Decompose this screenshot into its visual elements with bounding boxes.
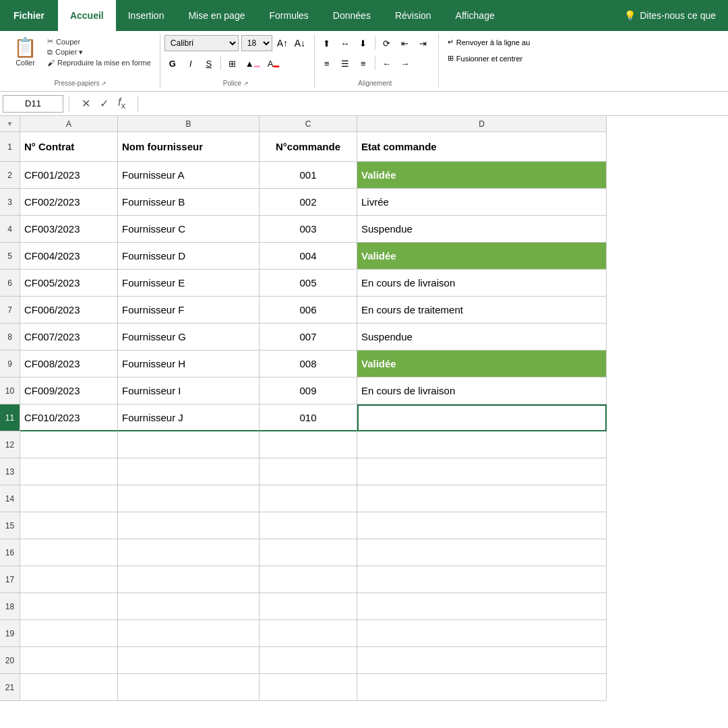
cell-B[interactable]: Fournisseur E xyxy=(118,270,260,297)
cell-D[interactable]: Suspendue xyxy=(357,324,607,351)
tab-donnees[interactable]: Données xyxy=(321,0,383,31)
tab-insertion[interactable]: Insertion xyxy=(116,0,177,31)
align-bottom-button[interactable]: ⬇ xyxy=(355,35,371,51)
cell-C[interactable]: 003 xyxy=(260,216,357,243)
cell-D[interactable]: Validée xyxy=(357,351,607,377)
cell-C[interactable]: 001 xyxy=(260,162,357,189)
cell-B[interactable]: Fournisseur G xyxy=(118,324,260,351)
tab-accueil[interactable]: Accueil xyxy=(58,0,116,31)
cell-D[interactable] xyxy=(357,404,607,431)
cell-D[interactable] xyxy=(357,647,607,674)
cell-A[interactable] xyxy=(20,458,118,485)
merge-center-button[interactable]: ⊞ Fusionner et centrer xyxy=(443,51,527,65)
coller-button[interactable]: 📋 Coller xyxy=(8,35,42,68)
cell-C[interactable] xyxy=(260,620,357,647)
cell-B[interactable]: Fournisseur J xyxy=(118,404,260,431)
copier-button[interactable]: ⧉ Copier ▾ xyxy=(45,47,153,57)
reproduire-button[interactable]: 🖌 Reproduire la mise en forme xyxy=(45,58,153,67)
increase-indent-button[interactable]: → xyxy=(397,55,413,71)
cell-C[interactable]: 006 xyxy=(260,297,357,324)
cell-D[interactable] xyxy=(357,674,607,701)
cell-A[interactable] xyxy=(20,512,118,539)
cell-C[interactable] xyxy=(260,566,357,593)
cell-D[interactable]: En cours de livraison xyxy=(357,377,607,404)
cell-A[interactable] xyxy=(20,620,118,647)
cell-D[interactable]: Livrée xyxy=(357,189,607,216)
cell-A[interactable]: CF010/2023 xyxy=(20,404,118,431)
cell-B[interactable] xyxy=(118,458,260,485)
cell-A[interactable]: CF007/2023 xyxy=(20,324,118,351)
cell-B[interactable] xyxy=(118,647,260,674)
wrap-text-button[interactable]: ↵ Renvoyer à la ligne au xyxy=(443,35,535,49)
header-cell-D[interactable]: Etat commande xyxy=(357,132,607,162)
border-button[interactable]: ⊞ xyxy=(224,55,241,71)
cell-B[interactable] xyxy=(118,620,260,647)
fill-color-button[interactable]: ▲▬ xyxy=(243,55,263,71)
cell-A[interactable]: CF006/2023 xyxy=(20,297,118,324)
font-color-button[interactable]: A▬ xyxy=(265,55,282,71)
header-cell-C[interactable]: N°commande xyxy=(260,132,357,162)
cell-D[interactable] xyxy=(357,566,607,593)
couper-button[interactable]: ✂ Couper xyxy=(45,36,153,47)
cell-D[interactable] xyxy=(357,620,607,647)
cell-B[interactable] xyxy=(118,593,260,620)
italic-button[interactable]: I xyxy=(183,55,199,71)
col-header-A[interactable]: A xyxy=(20,116,118,132)
bold-button[interactable]: G xyxy=(164,55,181,71)
cell-D[interactable] xyxy=(357,512,607,539)
cell-C[interactable] xyxy=(260,647,357,674)
col-header-C[interactable]: C xyxy=(260,116,357,132)
cell-D[interactable]: En cours de livraison xyxy=(357,270,607,297)
cell-A[interactable] xyxy=(20,647,118,674)
decrease-indent-button[interactable]: ← xyxy=(379,55,395,71)
tab-revision[interactable]: Révision xyxy=(383,0,444,31)
cell-B[interactable]: Fournisseur F xyxy=(118,297,260,324)
cell-D[interactable]: Suspendue xyxy=(357,216,607,243)
cell-C[interactable] xyxy=(260,431,357,458)
cell-A[interactable]: CF009/2023 xyxy=(20,377,118,404)
cell-D[interactable] xyxy=(357,539,607,566)
cell-C[interactable]: 008 xyxy=(260,351,357,377)
align-middle-button[interactable]: ↔ xyxy=(337,35,353,51)
cell-C[interactable] xyxy=(260,458,357,485)
text-direction-button[interactable]: ⟳ xyxy=(379,35,395,51)
underline-button[interactable]: S xyxy=(201,55,217,71)
confirm-formula-button[interactable]: ✓ xyxy=(97,95,111,112)
indent-decrease-button[interactable]: ⇤ xyxy=(397,35,413,51)
cell-A[interactable] xyxy=(20,539,118,566)
cell-C[interactable]: 002 xyxy=(260,189,357,216)
cell-B[interactable] xyxy=(118,512,260,539)
align-right-button[interactable]: ≡ xyxy=(355,55,371,71)
cell-D[interactable]: Validée xyxy=(357,243,607,270)
align-center-button[interactable]: ☰ xyxy=(337,55,353,71)
tab-affichage[interactable]: Affichage xyxy=(444,0,507,31)
cell-B[interactable] xyxy=(118,539,260,566)
col-header-D[interactable]: D xyxy=(357,116,607,132)
cell-A[interactable] xyxy=(20,431,118,458)
tab-fichier[interactable]: Fichier xyxy=(0,0,58,31)
tip-area[interactable]: 💡 Dites-nous ce que xyxy=(612,0,728,31)
header-cell-B[interactable]: Nom fournisseur xyxy=(118,132,260,162)
cell-C[interactable]: 007 xyxy=(260,324,357,351)
formula-input[interactable] xyxy=(144,95,725,113)
cell-A[interactable] xyxy=(20,593,118,620)
cell-A[interactable]: CF001/2023 xyxy=(20,162,118,189)
cell-D[interactable] xyxy=(357,458,607,485)
cell-D[interactable]: Validée xyxy=(357,162,607,189)
cell-C[interactable]: 005 xyxy=(260,270,357,297)
cell-A[interactable] xyxy=(20,674,118,701)
cell-B[interactable]: Fournisseur H xyxy=(118,351,260,377)
col-header-B[interactable]: B xyxy=(118,116,260,132)
cell-B[interactable]: Fournisseur I xyxy=(118,377,260,404)
cell-C[interactable]: 009 xyxy=(260,377,357,404)
insert-function-button[interactable]: fx xyxy=(115,95,128,112)
cell-B[interactable]: Fournisseur A xyxy=(118,162,260,189)
cell-B[interactable]: Fournisseur B xyxy=(118,189,260,216)
cell-A[interactable]: CF002/2023 xyxy=(20,189,118,216)
cell-C[interactable] xyxy=(260,485,357,512)
cell-D[interactable] xyxy=(357,485,607,512)
cell-B[interactable] xyxy=(118,566,260,593)
cell-B[interactable] xyxy=(118,431,260,458)
font-size-select[interactable]: 18 xyxy=(241,35,272,51)
cell-A[interactable]: CF008/2023 xyxy=(20,351,118,377)
